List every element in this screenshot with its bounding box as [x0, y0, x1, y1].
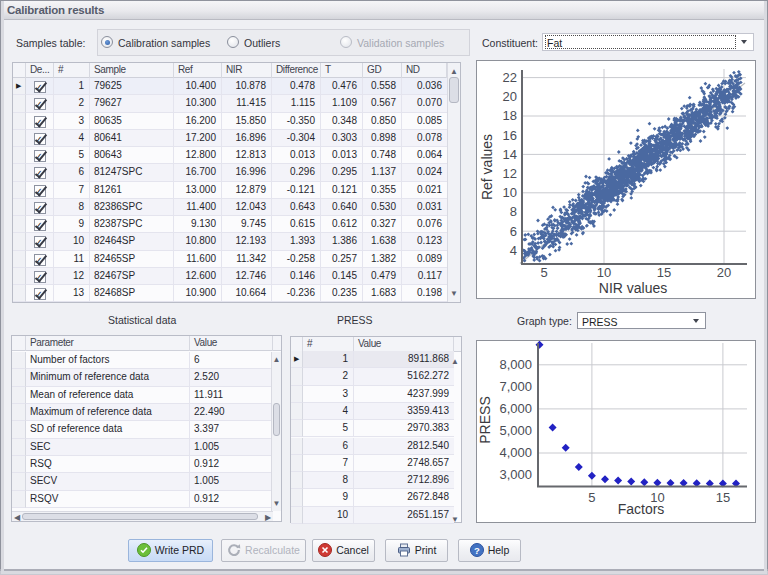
svg-text:6,000: 6,000 — [499, 401, 532, 416]
svg-text:8,000: 8,000 — [499, 357, 532, 372]
svg-text:10: 10 — [503, 185, 517, 200]
svg-text:Factors: Factors — [618, 501, 665, 517]
svg-text:5: 5 — [588, 490, 595, 505]
svg-text:5,000: 5,000 — [499, 423, 532, 438]
svg-text:20: 20 — [503, 89, 517, 104]
svg-text:4: 4 — [510, 243, 517, 258]
svg-text:3,000: 3,000 — [499, 467, 532, 482]
svg-text:18: 18 — [503, 108, 517, 123]
svg-text:20: 20 — [717, 265, 731, 280]
svg-text:22: 22 — [503, 70, 517, 85]
svg-text:14: 14 — [503, 147, 517, 162]
svg-text:Ref values: Ref values — [479, 134, 495, 200]
svg-text:4,000: 4,000 — [499, 445, 532, 460]
svg-text:15: 15 — [716, 490, 730, 505]
svg-text:?: ? — [474, 545, 480, 556]
svg-text:10: 10 — [597, 265, 611, 280]
svg-text:5: 5 — [540, 265, 547, 280]
svg-text:8: 8 — [510, 204, 517, 219]
svg-text:PRESS: PRESS — [477, 396, 493, 443]
svg-text:16: 16 — [503, 128, 517, 143]
svg-text:6: 6 — [510, 224, 517, 239]
svg-text:NIR values: NIR values — [599, 280, 667, 296]
svg-text:12: 12 — [503, 166, 517, 181]
svg-text:7,000: 7,000 — [499, 379, 532, 394]
svg-text:15: 15 — [657, 265, 671, 280]
